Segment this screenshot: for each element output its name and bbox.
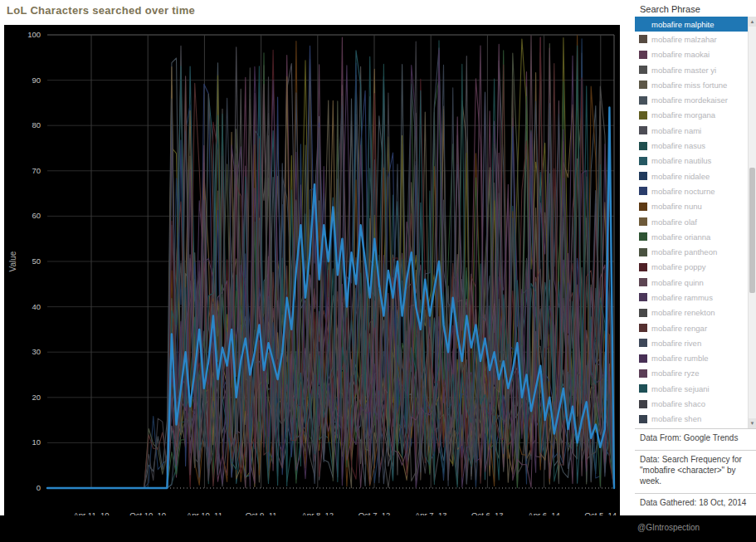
legend-swatch-icon xyxy=(639,20,647,28)
tableau-dashboard: LoL Characters searched over time 010203… xyxy=(0,0,756,542)
legend-item[interactable]: mobafire shaco xyxy=(635,396,748,411)
legend-item[interactable]: mobafire maokai xyxy=(635,47,748,62)
legend-item-label: mobafire miss fortune xyxy=(651,81,727,90)
legend-item-label: mobafire rumble xyxy=(651,354,709,363)
legend-item-label: mobafire rammus xyxy=(651,293,713,302)
data-gathered-note: Data Gathered: 18 Oct, 2014 xyxy=(635,493,756,515)
credit-text: @GIntrospection xyxy=(637,523,700,532)
legend-item[interactable]: mobafire riven xyxy=(635,335,748,350)
legend-item-label: mobafire ryze xyxy=(651,369,700,378)
legend-item-label: mobafire malzahar xyxy=(651,35,717,44)
legend-item-label: mobafire nocturne xyxy=(651,187,715,196)
svg-text:40: 40 xyxy=(32,302,41,311)
legend-swatch-icon xyxy=(639,157,647,165)
legend-title: Search Phrase xyxy=(635,0,756,17)
legend-scrollbar[interactable]: ▲ ▼ xyxy=(748,17,756,428)
svg-text:70: 70 xyxy=(32,166,41,175)
svg-text:0: 0 xyxy=(37,483,41,492)
data-description-note: Data: Search Frequency for "mobafire <ch… xyxy=(635,450,756,493)
legend-item-label: mobafire pantheon xyxy=(651,247,717,256)
legend-swatch-icon xyxy=(639,96,647,105)
legend-swatch-icon xyxy=(639,400,647,408)
legend-swatch-icon xyxy=(639,66,647,74)
legend-item[interactable]: mobafire quinn xyxy=(635,275,748,290)
legend-item-label: mobafire shen xyxy=(651,414,701,423)
legend-item[interactable]: mobafire malphite xyxy=(635,17,748,32)
data-source-note: Data From: Google Trends xyxy=(635,428,756,450)
legend-item[interactable]: mobafire renekton xyxy=(635,305,748,320)
legend-item[interactable]: mobafire sejuani xyxy=(635,381,748,396)
legend-item[interactable]: mobafire orianna xyxy=(635,229,748,244)
legend-item-label: mobafire orianna xyxy=(651,232,710,242)
legend-swatch-icon xyxy=(639,293,647,301)
legend-item[interactable]: mobafire nami xyxy=(635,123,748,138)
legend-item-label: mobafire sejuani xyxy=(651,384,710,393)
legend-item-label: mobafire maokai xyxy=(651,50,710,59)
svg-text:20: 20 xyxy=(32,393,41,402)
svg-text:50: 50 xyxy=(32,256,41,266)
legend-item[interactable]: mobafire olaf xyxy=(635,214,748,229)
legend-item-label: mobafire renekton xyxy=(651,308,715,317)
legend-swatch-icon xyxy=(639,248,647,256)
legend-item[interactable]: mobafire nocturne xyxy=(635,183,748,198)
legend-item[interactable]: mobafire pantheon xyxy=(635,244,748,259)
legend-item[interactable]: mobafire master yi xyxy=(635,62,748,77)
legend-swatch-icon xyxy=(639,203,647,211)
legend-item-label: mobafire nunu xyxy=(651,202,702,211)
legend-item[interactable]: mobafire rammus xyxy=(635,290,748,305)
legend-swatch-icon xyxy=(639,232,647,241)
legend-item[interactable]: mobafire rumble xyxy=(635,351,748,366)
svg-text:90: 90 xyxy=(32,76,41,85)
legend-item-label: mobafire nidalee xyxy=(651,172,710,181)
legend-swatch-icon xyxy=(639,172,647,180)
legend-item-label: mobafire nautilus xyxy=(651,156,711,165)
legend-item[interactable]: mobafire shen xyxy=(635,412,748,427)
scroll-down-icon[interactable]: ▼ xyxy=(749,418,756,428)
legend-item-label: mobafire master yi xyxy=(651,66,716,75)
legend-item[interactable]: mobafire nidalee xyxy=(635,168,748,183)
scrollbar-track[interactable] xyxy=(749,27,756,418)
svg-text:10: 10 xyxy=(32,437,41,447)
legend-wrap: mobafire malphitemobafire malzaharmobafi… xyxy=(635,17,756,428)
legend-swatch-icon xyxy=(639,263,647,271)
legend-swatch-icon xyxy=(639,81,647,89)
legend-list: mobafire malphitemobafire malzaharmobafi… xyxy=(635,17,748,428)
legend-item[interactable]: mobafire morgana xyxy=(635,108,748,123)
legend-swatch-icon xyxy=(639,126,647,134)
scrollbar-thumb[interactable] xyxy=(749,168,755,293)
legend-item[interactable]: mobafire rengar xyxy=(635,320,748,335)
legend-swatch-icon xyxy=(639,187,647,195)
legend-item-label: mobafire nami xyxy=(651,126,701,135)
legend-swatch-icon xyxy=(639,339,647,347)
legend-swatch-icon xyxy=(639,111,647,120)
legend-item-label: mobafire olaf xyxy=(651,217,697,227)
legend-swatch-icon xyxy=(639,142,647,150)
legend-item[interactable]: mobafire ryze xyxy=(635,366,748,381)
legend-item[interactable]: mobafire mordekaiser xyxy=(635,92,748,107)
legend-swatch-icon xyxy=(639,369,647,378)
chart-area: 0102030405060708090100Apr 11, 10Oct 10, … xyxy=(4,25,620,542)
legend-item-label: mobafire nasus xyxy=(651,141,705,150)
legend-sidebar: Search Phrase mobafire malphitemobafire … xyxy=(635,0,756,515)
legend-item[interactable]: mobafire malzahar xyxy=(635,32,748,46)
legend-item-label: mobafire mordekaiser xyxy=(651,95,728,105)
legend-swatch-icon xyxy=(639,51,647,59)
legend-swatch-icon xyxy=(639,384,647,393)
legend-swatch-icon xyxy=(639,309,647,317)
legend-item[interactable]: mobafire nautilus xyxy=(635,154,748,168)
legend-item-label: mobafire quinn xyxy=(651,278,704,287)
scroll-up-icon[interactable]: ▲ xyxy=(749,17,756,27)
legend-swatch-icon xyxy=(639,324,647,332)
svg-text:Value: Value xyxy=(8,251,17,271)
legend-item-label: mobafire shaco xyxy=(651,399,705,408)
page-title: LoL Characters searched over time xyxy=(7,4,195,17)
legend-item[interactable]: mobafire nasus xyxy=(635,138,748,153)
svg-text:30: 30 xyxy=(32,347,41,356)
legend-item[interactable]: mobafire miss fortune xyxy=(635,77,748,92)
legend-swatch-icon xyxy=(639,35,647,43)
legend-item[interactable]: mobafire poppy xyxy=(635,260,748,275)
legend-swatch-icon xyxy=(639,278,647,286)
legend-item[interactable]: mobafire nunu xyxy=(635,199,748,214)
svg-text:100: 100 xyxy=(27,30,41,39)
line-chart[interactable]: 0102030405060708090100Apr 11, 10Oct 10, … xyxy=(4,25,620,542)
